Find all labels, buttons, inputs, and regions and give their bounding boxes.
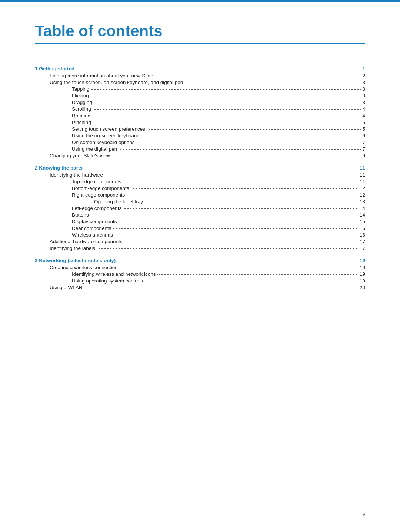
toc-dots-18 [126,195,358,195]
toc-text-10: Using the on-screen keyboard [72,133,139,138]
toc-container: 1 Getting started1Finding more informati… [35,66,365,290]
toc-text-16: Top-edge components [72,179,121,184]
toc-dots-28 [119,268,358,268]
toc-entry-28: Creating a wireless connection19 [35,265,365,270]
toc-page-1: 2 [362,73,365,78]
toc-entry-6: Scrolling4 [35,106,365,112]
toc-page-2: 3 [362,80,365,85]
toc-entry-2: Using the touch screen, on-screen keyboa… [35,80,365,85]
toc-text-13: Changing your Slate's view [50,153,110,158]
toc-text-31: Using a WLAN [50,285,83,290]
toc-page-12: 7 [362,146,365,152]
toc-text-22: Display components [72,219,117,224]
toc-page-29: 19 [360,271,365,277]
toc-text-1: Finding more information about your new … [50,73,153,78]
toc-entry-18: Right-edge components12 [35,192,365,198]
toc-dots-17 [131,188,358,189]
toc-page-8: 5 [362,120,365,125]
toc-page-26: 17 [360,245,365,251]
toc-page-9: 5 [362,126,365,132]
page-title: Table of contents [35,22,365,44]
toc-page-23: 16 [360,225,365,231]
toc-dots-6 [93,109,361,110]
toc-page-4: 3 [362,93,365,98]
toc-entry-26: Identifying the labels17 [35,245,365,251]
toc-text-20: Left-edge components [72,205,121,211]
toc-entry-5: Dragging3 [35,100,365,105]
toc-entry-3: Tapping3 [35,86,365,92]
toc-entry-25: Additional hardware components17 [35,239,365,244]
toc-dots-4 [90,96,361,96]
toc-entry-27: 3 Networking (select models only)19 [35,258,365,263]
toc-dots-12 [119,149,361,150]
toc-entry-8: Pinching5 [35,120,365,125]
toc-entry-14: 2 Knowing the parts11 [35,165,365,171]
toc-page-0: 1 [362,66,365,71]
toc-entry-4: Flicking3 [35,93,365,98]
toc-entry-11: On-screen keyboard options7 [35,140,365,145]
toc-text-25: Additional hardware components [50,239,123,244]
toc-dots-26 [97,248,358,249]
toc-text-0: 1 Getting started [35,66,74,71]
toc-dots-20 [123,208,358,209]
toc-text-24: Wireless antennas [72,232,113,238]
toc-entry-0: 1 Getting started1 [35,66,365,71]
toc-text-19: Opening the label tray [94,199,143,204]
toc-entry-9: Setting touch screen preferences5 [35,126,365,132]
toc-dots-23 [113,228,358,229]
toc-page-15: 11 [360,172,365,178]
toc-entry-13: Changing your Slate's view9 [35,153,365,158]
toc-text-23: Rear components [72,225,111,231]
toc-page-5: 3 [362,100,365,105]
toc-page-7: 4 [362,113,365,118]
toc-page-16: 11 [360,179,365,184]
toc-dots-16 [123,182,358,182]
toc-text-5: Dragging [72,100,92,105]
toc-dots-31 [84,288,358,288]
toc-page-3: 3 [362,86,365,92]
toc-dots-24 [114,235,358,235]
toc-page-21: 14 [360,212,365,218]
top-border [0,0,400,2]
toc-text-7: Rotating [72,113,90,118]
toc-page-25: 17 [360,239,365,244]
toc-dots-9 [147,129,361,130]
toc-text-12: Using the digital pen [72,146,117,152]
toc-entry-12: Using the digital pen7 [35,146,365,152]
toc-dots-3 [91,89,361,90]
toc-entry-1: Finding more information about your new … [35,73,365,78]
toc-text-15: Identifying the hardware [50,172,103,178]
toc-page-24: 16 [360,232,365,238]
toc-text-4: Flicking [72,93,89,98]
toc-text-6: Scrolling [72,106,91,112]
toc-dots-10 [140,136,361,136]
toc-page-20: 14 [360,205,365,211]
toc-entry-21: Buttons14 [35,212,365,218]
toc-dots-11 [136,143,361,143]
toc-page-22: 15 [360,219,365,224]
toc-entry-22: Display components15 [35,219,365,224]
toc-text-8: Pinching [72,120,91,125]
toc-page-17: 12 [360,185,365,191]
toc-entry-16: Top-edge components11 [35,179,365,184]
toc-entry-17: Bottom-edge components12 [35,185,365,191]
toc-text-27: 3 Networking (select models only) [35,258,116,263]
toc-text-11: On-screen keyboard options [72,140,135,145]
toc-dots-22 [119,222,358,222]
toc-text-28: Creating a wireless connection [50,265,118,270]
toc-page-13: 9 [362,153,365,158]
toc-dots-25 [124,242,358,242]
footer-page-number: v [363,512,366,517]
toc-text-9: Setting touch screen preferences [72,126,145,132]
toc-dots-29 [157,274,358,275]
toc-dots-0 [76,69,361,69]
toc-page-28: 19 [360,265,365,270]
toc-text-30: Using operating system controls [72,278,143,284]
toc-entry-24: Wireless antennas16 [35,232,365,238]
toc-entry-23: Rear components16 [35,225,365,231]
toc-entry-30: Using operating system controls19 [35,278,365,284]
toc-dots-30 [144,281,358,281]
toc-text-2: Using the touch screen, on-screen keyboa… [50,80,183,85]
toc-page-19: 13 [360,199,365,204]
toc-dots-8 [93,123,361,123]
